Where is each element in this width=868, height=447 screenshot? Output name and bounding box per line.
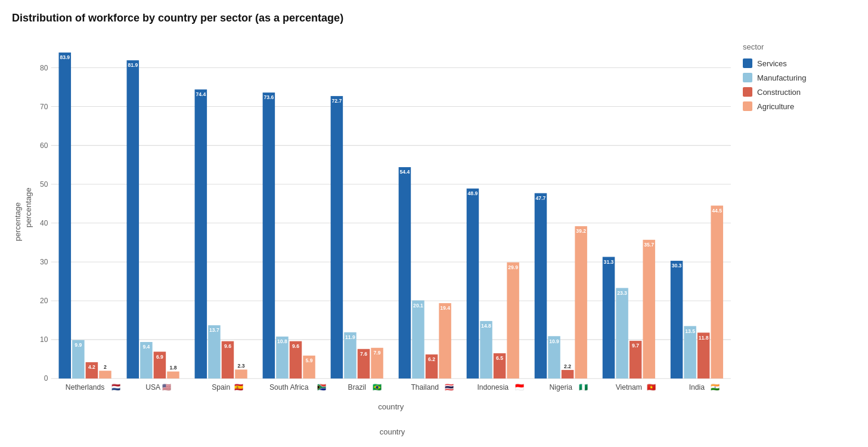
- bar-value-label: 9.9: [75, 342, 82, 348]
- bar: [507, 263, 519, 379]
- bar-value-label: 44.5: [712, 208, 722, 214]
- svg-text:20: 20: [40, 297, 48, 305]
- bar: [616, 288, 628, 379]
- bar-value-label: 72.7: [332, 98, 342, 104]
- country-flag: 🇳🇬: [579, 383, 588, 392]
- legend-color-box: [743, 73, 752, 82]
- bar: [235, 369, 247, 378]
- bar: [263, 93, 275, 378]
- bar: [195, 90, 207, 378]
- country-flag: 🇧🇷: [373, 383, 382, 392]
- country-label: Brazil: [348, 383, 366, 391]
- bar-value-label: 39.2: [576, 228, 586, 234]
- bar-value-label: 48.9: [468, 190, 478, 196]
- country-label: Netherlands: [66, 383, 105, 391]
- svg-text:30: 30: [40, 258, 48, 266]
- country-flag: 🇻🇳: [647, 383, 656, 392]
- bar-value-label: 11.8: [699, 335, 709, 341]
- svg-text:10: 10: [40, 335, 48, 344]
- bar-value-label: 10.8: [277, 338, 287, 344]
- bar: [575, 226, 587, 378]
- bar-value-label: 7.6: [360, 351, 367, 357]
- country-label: USA: [145, 383, 161, 391]
- legend-item-label: Services: [757, 59, 787, 68]
- bar-value-label: 9.7: [632, 343, 639, 349]
- bar-value-label: 13.7: [209, 327, 219, 333]
- bar-value-label: 35.7: [644, 242, 654, 248]
- bar-value-label: 2: [104, 364, 107, 370]
- svg-text:70: 70: [40, 103, 48, 111]
- bar-value-label: 6.5: [496, 355, 503, 361]
- legend-color-box: [743, 58, 752, 68]
- svg-text:80: 80: [40, 63, 48, 72]
- country-flag: 🇮🇩: [515, 383, 525, 392]
- country-label: Vietnam: [616, 383, 642, 391]
- bar: [99, 371, 111, 378]
- bar-value-label: 30.3: [672, 263, 682, 269]
- bar-value-label: 1.8: [169, 365, 176, 371]
- country-flag: 🇺🇸: [162, 383, 172, 392]
- bar-value-label: 19.4: [440, 305, 450, 311]
- legend-item: Manufacturing: [743, 73, 850, 82]
- chart-container: Distribution of workforce by country per…: [0, 0, 868, 447]
- bar-value-label: 6.2: [428, 356, 435, 362]
- bar-value-label: 20.1: [413, 303, 423, 309]
- bar: [535, 193, 547, 379]
- country-flag: 🇹🇭: [445, 383, 454, 392]
- bar: [127, 60, 140, 378]
- bar-value-label: 74.4: [196, 91, 206, 97]
- chart-title: Distribution of workforce by country per…: [12, 12, 856, 24]
- legend: sector ServicesManufacturingConstruction…: [743, 42, 850, 111]
- bar: [331, 96, 343, 378]
- country-flag: 🇳🇱: [111, 383, 121, 392]
- bar-value-label: 47.7: [536, 195, 546, 201]
- country-flag: 🇪🇸: [234, 383, 244, 392]
- legend-color-box: [743, 101, 752, 111]
- bar: [480, 321, 492, 378]
- country-label: South Africa: [269, 383, 309, 391]
- bar: [439, 303, 451, 378]
- svg-text:0: 0: [44, 374, 48, 383]
- bar-value-label: 54.4: [400, 169, 410, 175]
- bar: [711, 206, 723, 379]
- main-chart-svg: 01020304050607080percentagecountry83.99.…: [24, 30, 737, 412]
- bar-value-label: 23.3: [617, 290, 627, 296]
- bar-value-label: 81.9: [128, 62, 138, 68]
- bar: [671, 261, 683, 378]
- svg-text:country: country: [378, 402, 404, 411]
- legend-item: Services: [743, 58, 850, 68]
- bar-value-label: 4.2: [88, 364, 95, 370]
- country-flag: 🇮🇳: [711, 383, 720, 392]
- country-label: Nigeria: [550, 383, 573, 391]
- bar: [562, 370, 574, 378]
- bar-value-label: 5.9: [306, 357, 313, 363]
- bar: [59, 53, 72, 378]
- bar-value-label: 73.6: [264, 94, 274, 100]
- legend-title: sector: [743, 42, 850, 51]
- bar-value-label: 9.6: [224, 343, 231, 349]
- svg-text:50: 50: [40, 180, 48, 189]
- svg-text:40: 40: [40, 219, 48, 227]
- bar-value-label: 11.9: [345, 334, 355, 340]
- legend-item-label: Construction: [757, 88, 801, 97]
- legend-item: Agriculture: [743, 101, 850, 111]
- country-label: Thailand: [411, 383, 439, 391]
- bar-value-label: 13.5: [685, 328, 695, 334]
- bar-value-label: 9.4: [142, 344, 150, 350]
- bar: [167, 372, 179, 379]
- bar-value-label: 6.9: [156, 354, 163, 360]
- bar: [643, 240, 655, 378]
- legend-color-box: [743, 87, 752, 97]
- country-label: Indonesia: [477, 383, 509, 391]
- bar-value-label: 2.2: [564, 363, 571, 369]
- bar-value-label: 2.3: [238, 363, 245, 369]
- svg-text:60: 60: [40, 141, 48, 150]
- svg-text:percentage: percentage: [24, 187, 33, 227]
- country-label: Spain: [212, 383, 230, 391]
- bar: [412, 300, 424, 378]
- bar-value-label: 29.9: [508, 264, 518, 270]
- bar-value-label: 31.3: [604, 259, 614, 265]
- bar-value-label: 83.9: [60, 54, 70, 60]
- y-axis-label: percentage: [12, 30, 23, 412]
- bar: [467, 189, 479, 378]
